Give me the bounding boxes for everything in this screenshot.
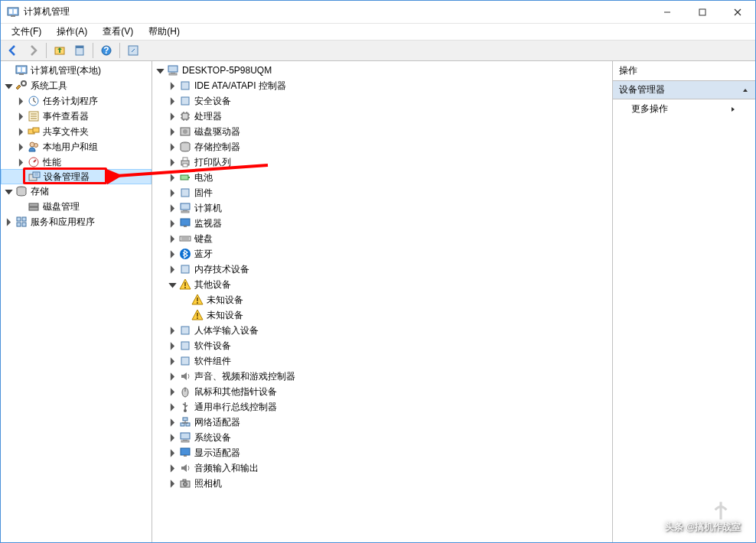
device-category[interactable]: 磁盘驱动器 bbox=[152, 124, 612, 139]
diskmgmt-icon bbox=[28, 200, 40, 213]
device-category[interactable]: 音频输入和输出 bbox=[152, 460, 612, 476]
expand-icon[interactable] bbox=[168, 112, 178, 122]
device-category[interactable]: 鼠标和其他指针设备 bbox=[152, 384, 612, 399]
device-category[interactable]: 存储控制器 bbox=[152, 139, 612, 154]
expand-icon[interactable] bbox=[168, 372, 178, 382]
expand-icon[interactable] bbox=[168, 387, 178, 397]
expand-icon[interactable] bbox=[168, 81, 178, 91]
expand-icon[interactable] bbox=[168, 96, 178, 106]
device-category[interactable]: 通用串行总线控制器 bbox=[152, 399, 612, 415]
expand-icon[interactable] bbox=[4, 217, 14, 227]
expand-icon[interactable] bbox=[168, 356, 178, 366]
device-item[interactable]: 未知设备 bbox=[152, 292, 612, 307]
expand-icon[interactable] bbox=[168, 234, 178, 244]
tree-local-users[interactable]: 本地用户和组 bbox=[1, 139, 152, 154]
expand-icon[interactable] bbox=[16, 112, 26, 122]
expand-icon[interactable] bbox=[168, 265, 178, 275]
computer-icon bbox=[179, 202, 191, 214]
expand-icon[interactable] bbox=[168, 249, 178, 259]
device-category[interactable]: 软件组件 bbox=[152, 353, 612, 369]
device-category[interactable]: 计算机 bbox=[152, 200, 612, 216]
tree-system-tools[interactable]: 系统工具 bbox=[1, 78, 152, 93]
expand-icon[interactable] bbox=[168, 188, 178, 198]
tree-event-viewer[interactable]: 事件查看器 bbox=[1, 109, 152, 124]
expand-icon[interactable] bbox=[16, 96, 26, 106]
pane-button[interactable] bbox=[124, 41, 142, 60]
expand-icon[interactable] bbox=[168, 127, 178, 137]
content: 计算机管理(本地) 系统工具 任务计划程序 事件查看器 共享文件夹 bbox=[1, 61, 755, 542]
collapse-icon[interactable] bbox=[4, 187, 14, 197]
event-icon bbox=[28, 110, 40, 122]
device-item[interactable]: 未知设备 bbox=[152, 307, 612, 323]
expand-icon[interactable] bbox=[168, 433, 178, 443]
minimize-button[interactable] bbox=[650, 1, 685, 24]
device-root[interactable]: DESKTOP-5P98UQM bbox=[152, 63, 612, 78]
device-category[interactable]: 内存技术设备 bbox=[152, 262, 612, 277]
menu-view[interactable]: 查看(V) bbox=[96, 24, 139, 40]
close-button[interactable] bbox=[720, 1, 755, 24]
expand-icon[interactable] bbox=[16, 127, 26, 137]
device-category[interactable]: 网络适配器 bbox=[152, 415, 612, 430]
tree-services[interactable]: 服务和应用程序 bbox=[1, 214, 152, 229]
menu-action[interactable]: 操作(A) bbox=[51, 24, 93, 40]
expand-icon[interactable] bbox=[16, 142, 26, 152]
device-category[interactable]: 人体学输入设备 bbox=[152, 323, 612, 338]
expand-icon[interactable] bbox=[168, 448, 178, 458]
device-category[interactable]: 键盘 bbox=[152, 231, 612, 246]
menu-help[interactable]: 帮助(H) bbox=[142, 24, 186, 40]
camera-icon bbox=[179, 477, 191, 489]
tree-storage[interactable]: 存储 bbox=[1, 184, 152, 199]
expand-icon[interactable] bbox=[168, 158, 178, 167]
svg-rect-74 bbox=[699, 9, 705, 15]
expand-icon[interactable] bbox=[168, 173, 178, 183]
device-category[interactable]: 显示适配器 bbox=[152, 445, 612, 460]
device-category[interactable]: 安全设备 bbox=[152, 93, 612, 109]
device-category[interactable]: 照相机 bbox=[152, 476, 612, 491]
device-category[interactable]: 处理器 bbox=[152, 109, 612, 124]
tree-task-scheduler[interactable]: 任务计划程序 bbox=[1, 93, 152, 109]
up-button[interactable] bbox=[51, 41, 69, 60]
tree-performance[interactable]: 性能 bbox=[1, 154, 152, 170]
help-button[interactable] bbox=[97, 41, 116, 60]
device-category[interactable]: 声音、视频和游戏控制器 bbox=[152, 369, 612, 384]
device-category[interactable]: 软件设备 bbox=[152, 338, 612, 353]
back-button[interactable] bbox=[4, 41, 22, 60]
menu-file[interactable]: 文件(F) bbox=[5, 24, 47, 40]
collapse-icon[interactable] bbox=[4, 81, 14, 91]
tree-device-manager[interactable]: 设备管理器 bbox=[1, 169, 152, 184]
device-tree[interactable]: DESKTOP-5P98UQM IDE ATA/ATAPI 控制器安全设备处理器… bbox=[152, 61, 613, 542]
more-actions[interactable]: 更多操作 bbox=[613, 99, 755, 119]
printer-icon bbox=[179, 156, 191, 168]
expand-icon[interactable] bbox=[168, 402, 178, 412]
expand-icon[interactable] bbox=[168, 341, 178, 351]
device-category[interactable]: 监视器 bbox=[152, 216, 612, 231]
device-category[interactable]: 固件 bbox=[152, 185, 612, 200]
other-icon bbox=[179, 278, 191, 291]
collapse-icon[interactable] bbox=[155, 66, 165, 76]
firmware-icon bbox=[179, 187, 191, 199]
left-tree[interactable]: 计算机管理(本地) 系统工具 任务计划程序 事件查看器 共享文件夹 bbox=[1, 61, 152, 542]
expand-icon[interactable] bbox=[168, 219, 178, 229]
tree-disk-mgmt[interactable]: 磁盘管理 bbox=[1, 199, 152, 214]
device-category[interactable]: 打印队列 bbox=[152, 154, 612, 170]
expand-icon[interactable] bbox=[168, 142, 178, 152]
maximize-button[interactable] bbox=[685, 1, 720, 24]
expand-icon[interactable] bbox=[16, 158, 26, 167]
device-category[interactable]: 其他设备 bbox=[152, 277, 612, 292]
expand-icon[interactable] bbox=[168, 479, 178, 489]
actions-section[interactable]: 设备管理器 bbox=[613, 81, 755, 99]
clock-icon bbox=[28, 95, 40, 107]
expand-icon[interactable] bbox=[168, 418, 178, 428]
device-category[interactable]: 电池 bbox=[152, 170, 612, 185]
properties-button[interactable] bbox=[70, 41, 89, 60]
tree-shared-folders[interactable]: 共享文件夹 bbox=[1, 124, 152, 139]
expand-icon[interactable] bbox=[168, 463, 178, 473]
expand-icon[interactable] bbox=[168, 326, 178, 336]
device-category[interactable]: IDE ATA/ATAPI 控制器 bbox=[152, 78, 612, 93]
device-category[interactable]: 蓝牙 bbox=[152, 246, 612, 262]
tree-root[interactable]: 计算机管理(本地) bbox=[1, 63, 152, 78]
collapse-icon[interactable] bbox=[168, 280, 178, 290]
expand-icon[interactable] bbox=[168, 203, 178, 213]
device-category[interactable]: 系统设备 bbox=[152, 430, 612, 445]
forward-button[interactable] bbox=[24, 41, 42, 60]
